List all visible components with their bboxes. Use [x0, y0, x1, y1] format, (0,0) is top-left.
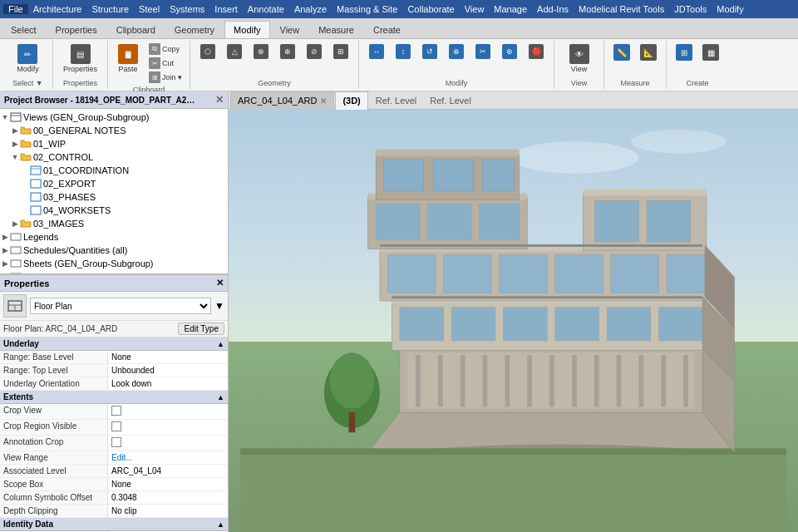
cut-button[interactable]: ✂ Cut: [146, 57, 185, 70]
tree-item-legends[interactable]: ▶ Legends: [0, 230, 228, 244]
menu-analyze[interactable]: Analyze: [289, 4, 332, 14]
prop-val-crop-view[interactable]: [108, 404, 228, 419]
toggle-families[interactable]: ▶: [0, 273, 10, 273]
tab-modify[interactable]: Modify: [224, 21, 269, 38]
modify-tool-4[interactable]: ⊕: [444, 42, 469, 62]
toggle-legends[interactable]: ▶: [0, 233, 10, 241]
modify-tool-6[interactable]: ⊗: [497, 42, 522, 62]
toggle-views[interactable]: ▼: [0, 113, 10, 121]
label-images: 03_IMAGES: [33, 219, 84, 229]
tree-item-control[interactable]: ▼ 02_CONTROL: [0, 150, 228, 164]
geometry-btn-4[interactable]: ⊕: [275, 42, 300, 62]
tree-item-general[interactable]: ▶ 00_GENERAL NOTES: [0, 124, 228, 137]
tab-arc04[interactable]: ARC_04_L04_ARD ✕: [230, 91, 334, 110]
collapse-extents[interactable]: ▲: [217, 393, 224, 401]
toggle-control[interactable]: ▼: [10, 153, 20, 161]
join-button[interactable]: ⊞ Join ▾: [146, 71, 185, 84]
section-extents[interactable]: Extents ▲: [0, 391, 228, 404]
tree-item-export[interactable]: 02_EXPORT: [0, 177, 228, 190]
tree-item-sheets[interactable]: ▶ Sheets (GEN_Group-Subgroup): [0, 257, 228, 270]
geometry-btn-5[interactable]: ⊘: [302, 42, 327, 62]
modify-button[interactable]: ✏ Modify: [12, 42, 44, 75]
type-dropdown-arrow[interactable]: ▼: [214, 300, 224, 312]
prop-depth-clip: Depth Clipping No clip: [0, 505, 228, 518]
tree-item-families[interactable]: ▶ Families: [0, 270, 228, 273]
collapse-identity[interactable]: ▲: [217, 520, 224, 529]
tab-properties[interactable]: Properties: [47, 21, 106, 38]
tree-item-views[interactable]: ▼ Views (GEN_Group-Subgroup): [0, 111, 228, 124]
geometry-btn-1[interactable]: ⬡: [195, 42, 220, 62]
tree-item-wip[interactable]: ▶ 01_WIP: [0, 137, 228, 150]
toggle-schedules[interactable]: ▶: [0, 246, 10, 254]
tab-clipboard[interactable]: Clipboard: [107, 21, 165, 38]
checkbox-annotation-crop[interactable]: [111, 437, 121, 447]
section-identity[interactable]: Identity Data ▲: [0, 518, 228, 531]
tab-ref-level-1[interactable]: Ref. Level: [369, 91, 424, 110]
tab-view-r[interactable]: View: [271, 21, 309, 38]
tree-item-images[interactable]: ▶ 03_IMAGES: [0, 217, 228, 230]
copy-button[interactable]: ⧉ Copy: [146, 42, 185, 56]
tree-item-phases[interactable]: 03_PHASES: [0, 190, 228, 204]
tab-3d[interactable]: (3D): [335, 91, 367, 110]
modify-tool-7[interactable]: 🔴: [524, 42, 549, 62]
prop-val-annotation-crop[interactable]: [108, 436, 228, 451]
geometry-btn-6[interactable]: ⊞: [328, 42, 353, 62]
toggle-general[interactable]: ▶: [10, 126, 20, 135]
menu-manage[interactable]: Manage: [489, 4, 532, 14]
collapse-underlay[interactable]: ▲: [217, 340, 224, 348]
tab-arc04-close[interactable]: ✕: [320, 96, 327, 106]
tree-item-schedules[interactable]: ▶ Schedules/Quantities (all): [0, 244, 228, 257]
menu-massing[interactable]: Massing & Site: [332, 4, 402, 14]
prop-val-crop-region[interactable]: [108, 420, 228, 435]
tree-item-coordination[interactable]: 01_COORDINATION: [0, 164, 228, 177]
menu-view[interactable]: View: [460, 4, 490, 14]
edit-type-button[interactable]: Edit Type: [178, 323, 224, 335]
menu-insert[interactable]: Insert: [209, 4, 243, 14]
viewport-3d[interactable]: [229, 110, 798, 532]
modify-tool-1[interactable]: ↔: [364, 42, 389, 62]
measure-btn-2[interactable]: 📐: [636, 42, 661, 63]
geometry-btn-3[interactable]: ⊗: [249, 42, 273, 62]
tab-create[interactable]: Create: [364, 21, 410, 38]
tab-measure[interactable]: Measure: [309, 21, 363, 38]
type-select[interactable]: Floor Plan: [30, 298, 211, 314]
project-browser-close[interactable]: ✕: [215, 94, 224, 106]
menu-modelical[interactable]: Modelical Revit Tools: [574, 4, 669, 14]
menu-collaborate[interactable]: Collaborate: [402, 4, 459, 14]
create-btn-2[interactable]: ▦: [698, 42, 723, 63]
toggle-images[interactable]: ▶: [10, 219, 20, 228]
tree-item-worksets[interactable]: 04_WORKSETS: [0, 204, 228, 217]
modify-tool-5[interactable]: ✂: [470, 42, 495, 62]
tab-ref-level-2[interactable]: Ref. Level: [423, 91, 478, 110]
menu-architecture[interactable]: Architecture: [28, 4, 87, 14]
menu-addins[interactable]: Add-Ins: [532, 4, 574, 14]
properties-close[interactable]: ✕: [216, 278, 224, 288]
section-underlay[interactable]: Underlay ▲: [0, 337, 228, 351]
project-browser: Project Browser - 18194_OPE_MOD_PART_A21…: [0, 91, 228, 274]
menu-modify[interactable]: Modify: [712, 4, 748, 14]
svg-rect-26: [505, 355, 510, 406]
menu-jdtools[interactable]: JDTools: [669, 4, 712, 14]
create-btn-1[interactable]: ⊞: [672, 42, 697, 63]
properties-button[interactable]: ▤ Properties: [58, 42, 102, 75]
menu-annotate[interactable]: Annotate: [243, 4, 289, 14]
app-menu-file[interactable]: File: [3, 4, 28, 14]
properties-scroll[interactable]: Underlay ▲ Range: Base Level None Range:…: [0, 337, 228, 532]
checkbox-crop-region[interactable]: [111, 421, 121, 431]
menu-steel[interactable]: Steel: [134, 4, 165, 14]
measure-btn-1[interactable]: 📏: [609, 42, 634, 63]
tab-select[interactable]: Select: [2, 21, 46, 38]
modify-tool-2[interactable]: ↕: [391, 42, 416, 62]
toggle-sheets[interactable]: ▶: [0, 259, 10, 268]
floor-plan-icon: [7, 298, 23, 314]
modify-tool-3[interactable]: ↺: [417, 42, 442, 62]
tab-geometry[interactable]: Geometry: [165, 21, 224, 38]
view-button[interactable]: 👁 View: [564, 42, 594, 75]
menu-systems[interactable]: Systems: [165, 4, 209, 14]
paste-button[interactable]: 📋 Paste: [113, 42, 143, 75]
toggle-wip[interactable]: ▶: [10, 140, 20, 148]
geometry-btn-2[interactable]: △: [222, 42, 247, 62]
menu-structure[interactable]: Structure: [86, 4, 134, 14]
prop-val-view-range[interactable]: Edit...: [108, 451, 228, 464]
checkbox-crop-view[interactable]: [111, 406, 121, 416]
